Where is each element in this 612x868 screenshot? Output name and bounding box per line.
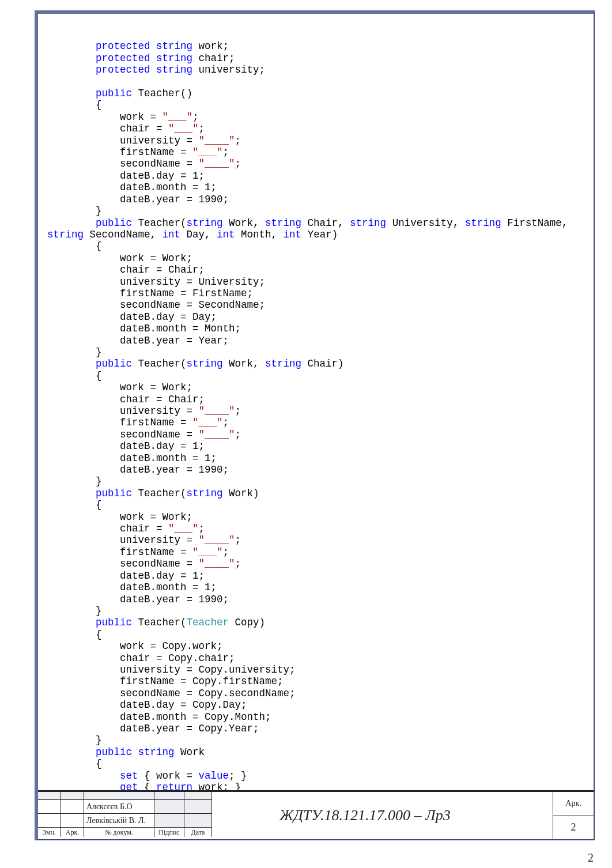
stamp-ark-small: Арк. [61, 828, 84, 837]
stamp-zmn: Змн. [38, 828, 61, 837]
document-frame: protected string work; protected string … [35, 10, 595, 840]
stamp-cell [61, 814, 84, 828]
stamp-name1: Алєксєєв Б.О [84, 800, 154, 814]
title-block: Алєксєєв Б.О Левківській В. Л. Змн. Арк.… [38, 790, 594, 839]
stamp-name2: Левківській В. Л. [84, 814, 154, 828]
stamp-cell [84, 792, 154, 800]
stamp-ark-label: Арк. [553, 792, 594, 816]
stamp-cell [38, 792, 61, 800]
stamp-cell [38, 814, 61, 828]
stamp-title: ЖДТУ.18.121.17.000 – Лр3 [177, 792, 553, 839]
stamp-page-small: 2 [553, 816, 594, 840]
stamp-dokum: № докум. [84, 828, 154, 837]
code-text: protected [47, 40, 150, 52]
stamp-cell [38, 800, 61, 814]
code-block: protected string work; protected string … [38, 14, 594, 790]
page-number: 2 [588, 851, 594, 865]
stamp-cell [61, 792, 84, 800]
stamp-cell [61, 800, 84, 814]
